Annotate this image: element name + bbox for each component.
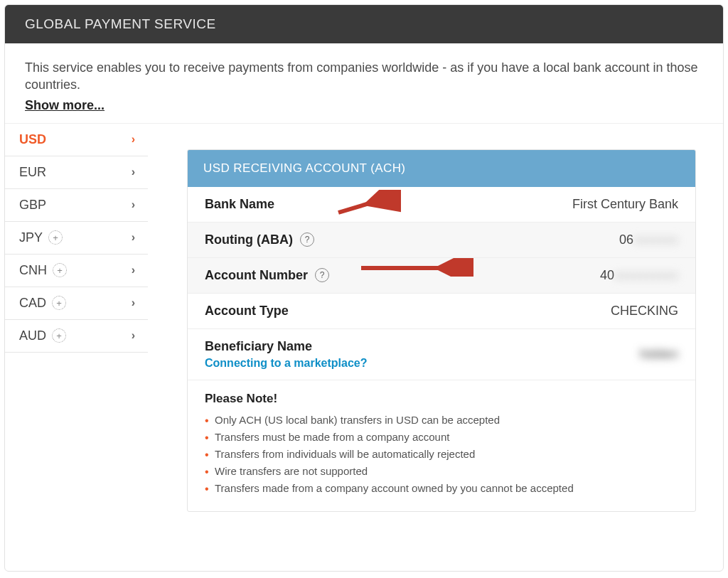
label-account-type: Account Type — [205, 304, 289, 319]
sidebar-item-jpy[interactable]: JPY+ › — [5, 222, 148, 255]
currency-code: GBP — [19, 198, 46, 213]
value-account-type: CHECKING — [611, 304, 678, 319]
chevron-right-icon: › — [132, 329, 135, 342]
account-card: USD RECEIVING ACCOUNT (ACH) Bank Name Fi… — [187, 149, 696, 512]
note-item: Only ACH (US local bank) transfers in US… — [205, 412, 678, 429]
note-block: Please Note! Only ACH (US local bank) tr… — [188, 380, 695, 511]
sidebar-item-usd[interactable]: USD › — [5, 124, 148, 156]
card-title: USD RECEIVING ACCOUNT (ACH) — [188, 150, 695, 187]
show-more-link[interactable]: Show more... — [25, 98, 105, 113]
page-title: GLOBAL PAYMENT SERVICE — [25, 16, 216, 31]
note-item: Wire transfers are not supported — [205, 463, 678, 480]
sidebar-item-eur[interactable]: EUR › — [5, 156, 148, 189]
chevron-right-icon: › — [132, 133, 135, 146]
currency-code: AUD — [19, 328, 46, 343]
plus-icon: + — [52, 296, 66, 310]
note-title: Please Note! — [205, 392, 678, 406]
help-icon[interactable]: ? — [315, 268, 329, 282]
currency-code: CAD — [19, 296, 46, 311]
sidebar-item-cad[interactable]: CAD+ › — [5, 287, 148, 320]
label-bank-name: Bank Name — [205, 197, 274, 212]
chevron-right-icon: › — [132, 264, 135, 277]
intro-text: This service enables you to receive paym… — [25, 59, 703, 94]
row-beneficiary: Beneficiary Name Connecting to a marketp… — [188, 329, 695, 380]
currency-code: JPY — [19, 230, 43, 245]
note-item: Transfers from individuals will be autom… — [205, 446, 678, 463]
sidebar-item-aud[interactable]: AUD+ › — [5, 320, 148, 353]
chevron-right-icon: › — [132, 231, 135, 244]
chevron-right-icon: › — [132, 166, 135, 178]
row-account-number: Account Number ? 40xxxxxxxxxx — [188, 258, 695, 294]
sidebar-item-gbp[interactable]: GBP › — [5, 189, 148, 222]
plus-icon: + — [48, 230, 63, 245]
label-routing: Routing (ABA) — [205, 232, 293, 247]
help-icon[interactable]: ? — [300, 232, 314, 247]
chevron-right-icon: › — [132, 198, 135, 211]
plus-icon: + — [52, 328, 66, 343]
plus-icon: + — [53, 263, 67, 277]
row-bank-name: Bank Name First Century Bank — [188, 187, 695, 223]
label-account-number: Account Number — [205, 268, 308, 283]
note-list: Only ACH (US local bank) transfers in US… — [205, 412, 678, 497]
currency-code: CNH — [19, 263, 47, 278]
row-routing: Routing (ABA) ? 06xxxxxxx — [188, 223, 695, 258]
currency-sidebar: USD › EUR › GBP › JPY+ › CNH+ › CAD+ › — [5, 124, 149, 353]
label-beneficiary: Beneficiary Name — [205, 339, 312, 353]
main-panel: USD RECEIVING ACCOUNT (ACH) Bank Name Fi… — [149, 124, 723, 526]
value-account-number: 40xxxxxxxxxx — [600, 268, 678, 283]
value-beneficiary: hidden — [640, 347, 678, 362]
sidebar-item-cnh[interactable]: CNH+ › — [5, 255, 148, 287]
row-account-type: Account Type CHECKING — [188, 294, 695, 329]
intro-block: This service enables you to receive paym… — [5, 43, 723, 124]
content-area: USD › EUR › GBP › JPY+ › CNH+ › CAD+ › — [5, 124, 723, 526]
note-item: Transfers must be made from a company ac… — [205, 429, 678, 446]
currency-code: EUR — [19, 165, 46, 180]
value-routing: 06xxxxxxx — [619, 232, 678, 247]
currency-code: USD — [19, 132, 46, 147]
chevron-right-icon: › — [132, 296, 135, 309]
note-item: Transfers made from a company account ow… — [205, 480, 678, 497]
redacted-text: xxxxxxxxxx — [614, 268, 678, 282]
value-bank-name: First Century Bank — [572, 197, 678, 212]
page-header: GLOBAL PAYMENT SERVICE — [5, 5, 723, 43]
redacted-text: xxxxxxx — [633, 232, 678, 247]
marketplace-link[interactable]: Connecting to a marketplace? — [205, 357, 368, 370]
app-frame: GLOBAL PAYMENT SERVICE This service enab… — [4, 4, 724, 572]
